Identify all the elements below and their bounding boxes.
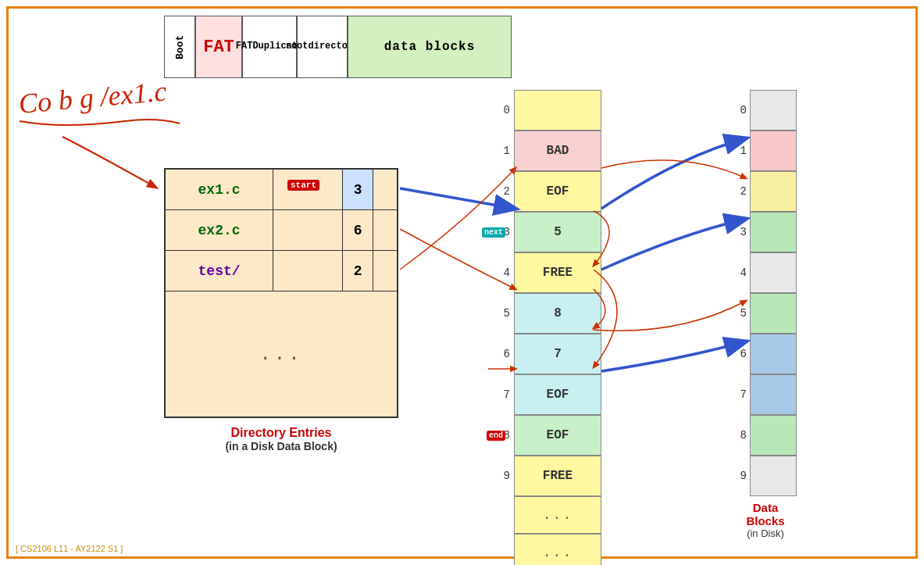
db-index: 8 xyxy=(734,415,750,456)
fat-cell: FREE xyxy=(514,252,601,293)
filename-cell: ex1.c xyxy=(166,170,273,209)
db-index: 0 xyxy=(734,90,750,131)
fat-row-0: 0 xyxy=(492,90,601,131)
fat-cell: 8 xyxy=(514,293,601,334)
fat-index: 1 xyxy=(492,131,514,171)
fat-row-7: 7 EOF xyxy=(492,374,601,415)
db-row-1: 1 xyxy=(734,131,797,171)
table-row: test/ 2 xyxy=(166,251,397,291)
fat-cell: end EOF xyxy=(514,415,601,456)
db-row-3: 3 xyxy=(734,212,797,252)
fat-row-6: 6 7 xyxy=(492,334,601,374)
db-cell xyxy=(750,293,797,334)
db-row-4: 4 xyxy=(734,252,797,293)
directory-label: Directory Entries (in a Disk Data Block) xyxy=(164,426,398,452)
disk-layout-header: Boot FAT FATDuplicate rootdirectory data… xyxy=(164,16,512,78)
db-index: 7 xyxy=(734,374,750,415)
fat-index: 0 xyxy=(492,90,514,131)
meta-cell xyxy=(273,251,343,291)
course-label: [ CS2106 L11 - AY2122 S1 ] xyxy=(16,544,123,553)
db-cell xyxy=(750,456,797,496)
db-index: 9 xyxy=(734,456,750,496)
data-blocks-header-cell: data blocks xyxy=(348,16,512,78)
db-cell xyxy=(750,334,797,374)
fat-row-4: 4 FREE xyxy=(492,252,601,293)
fat-row-3: 3 next 5 xyxy=(492,212,601,252)
frame-right xyxy=(915,6,918,559)
db-row-5: 5 xyxy=(734,293,797,334)
fat-index: 5 xyxy=(492,293,514,334)
db-row-2: 2 xyxy=(734,171,797,212)
fat-index: 6 xyxy=(492,334,514,374)
end-badge: end xyxy=(487,431,505,441)
db-row-8: 8 xyxy=(734,415,797,456)
directory-label-line1: Directory Entries xyxy=(164,426,398,440)
db-cell xyxy=(750,252,797,293)
db-index: 2 xyxy=(734,171,750,212)
db-row-9: 9 xyxy=(734,456,797,496)
data-blocks-label-sub: (in Disk) xyxy=(734,527,797,539)
ellipsis-row: ... xyxy=(166,291,397,417)
table-row: ex2.c 6 xyxy=(166,210,397,251)
data-blocks-label: Data Blocks (in Disk) xyxy=(734,501,797,539)
fat-row-1: 1 BAD xyxy=(492,131,601,171)
fat-index: 9 xyxy=(492,456,514,496)
boot-cell: Boot xyxy=(164,16,195,78)
fat-cell: BAD xyxy=(514,131,601,171)
db-index: 3 xyxy=(734,212,750,252)
fat-ellipsis-2: ... xyxy=(492,534,601,565)
meta-cell xyxy=(273,210,343,250)
fat-ellipsis-1: ... xyxy=(492,496,601,534)
extra-cell xyxy=(373,170,397,209)
db-index: 4 xyxy=(734,252,750,293)
fat-row-5: 5 8 xyxy=(492,293,601,334)
fat-cell: FREE xyxy=(514,456,601,496)
start-block-cell: 6 xyxy=(343,210,373,250)
fat-index: 2 xyxy=(492,171,514,212)
fat-ellipsis-cell: ... xyxy=(514,496,601,534)
db-index: 6 xyxy=(734,334,750,374)
db-cell xyxy=(750,171,797,212)
db-cell xyxy=(750,131,797,171)
fat-cell: 7 xyxy=(514,334,601,374)
db-cell xyxy=(750,374,797,415)
db-row-0: 0 xyxy=(734,90,797,131)
filename-cell: ex2.c xyxy=(166,210,273,250)
fat-index: 7 xyxy=(492,374,514,415)
fat-table: 0 1 BAD 2 EOF 3 next 5 4 FREE 5 8 6 7 7 … xyxy=(492,90,601,565)
extra-cell xyxy=(373,251,397,291)
directory-entries-table: ex1.c 3 ex2.c 6 test/ 2 ... xyxy=(164,168,398,418)
fat-row-2: 2 EOF xyxy=(492,171,601,212)
data-blocks-label-main: Data Blocks xyxy=(734,501,797,527)
filename-cell: test/ xyxy=(166,251,273,291)
table-row: ex1.c 3 xyxy=(166,170,397,210)
directory-label-line2: (in a Disk Data Block) xyxy=(164,440,398,452)
db-row-7: 7 xyxy=(734,374,797,415)
start-block-cell: 3 xyxy=(343,170,373,209)
fat-cell: next 5 xyxy=(514,212,601,252)
svg-text:Co b g /ex1.c: Co b g /ex1.c xyxy=(17,76,168,120)
fat-ellipsis-cell: ... xyxy=(514,534,601,565)
fat-cell xyxy=(514,90,601,131)
db-index: 1 xyxy=(734,131,750,171)
extra-cell xyxy=(373,210,397,250)
fat-row-8: 8 end EOF xyxy=(492,415,601,456)
next-badge: next xyxy=(482,227,505,238)
db-cell xyxy=(750,415,797,456)
db-cell xyxy=(750,212,797,252)
fat-index: 4 xyxy=(492,252,514,293)
frame-bottom xyxy=(6,556,918,559)
start-badge: start xyxy=(287,180,319,191)
fat-cell: EOF xyxy=(514,171,601,212)
fat-cell: EOF xyxy=(514,374,601,415)
db-cell xyxy=(750,90,797,131)
data-blocks-column: 0 1 2 3 4 5 6 7 8 9 Data Blocks (in Disk… xyxy=(734,90,797,539)
start-block-cell: 2 xyxy=(343,251,373,291)
db-index: 5 xyxy=(734,293,750,334)
db-row-6: 6 xyxy=(734,334,797,374)
frame-top xyxy=(6,6,918,9)
root-directory-cell: rootdirectory xyxy=(297,16,348,78)
fat-row-9: 9 FREE xyxy=(492,456,601,496)
frame-left xyxy=(6,6,9,559)
